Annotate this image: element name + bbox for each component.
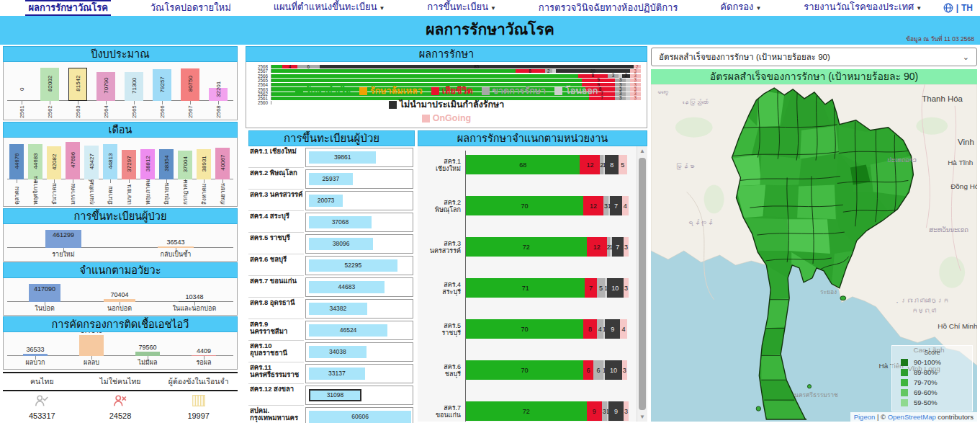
unit-segment[interactable]: 7 (585, 278, 596, 298)
registration-unit-cell[interactable]: 44683 (305, 277, 413, 297)
unit-segment[interactable]: 8 (605, 155, 619, 174)
treatment-segment[interactable]: 4 (282, 65, 297, 68)
unit-stacked-bar[interactable]: 68122185 (466, 155, 627, 174)
unit-stacked-bar[interactable]: 71751103 (466, 278, 629, 298)
unit-segment[interactable]: 70 (466, 360, 583, 380)
nav-item-0[interactable]: ผลการรักษาวัณโรค (25, 0, 110, 16)
registration-unit-cell[interactable]: 33137 (305, 364, 413, 383)
attribution-link[interactable]: OpenStreetMap (888, 413, 936, 421)
treatment-segment[interactable]: 3 (608, 74, 619, 78)
registration-unit-cell[interactable]: 34038 (305, 342, 413, 362)
unit-segment[interactable]: 3 (602, 401, 607, 421)
organ-bar[interactable] (29, 284, 60, 302)
unit-segment[interactable]: 9 (587, 401, 602, 421)
treatment-segment[interactable]: 8 (516, 69, 545, 73)
nav-item-4[interactable]: การตรวจวินิจฉัยทางห้องปฏิบัติการ (536, 1, 681, 14)
fiscal-year-bar[interactable] (181, 68, 199, 101)
hiv-bar[interactable] (79, 335, 104, 356)
attribution-link[interactable]: Pigeon (854, 413, 876, 421)
unit-segment[interactable]: 10 (607, 278, 624, 298)
unit-stacked-bar[interactable]: 72122173 (466, 237, 629, 257)
unit-segment[interactable]: 9 (608, 401, 624, 421)
nav-item-3[interactable]: การขึ้นทะเบียน▼ (424, 1, 499, 15)
scrollbar-thumb[interactable] (639, 158, 646, 410)
registration-unit-bar[interactable]: 39861 (309, 151, 376, 164)
unit-segment[interactable]: 7 (610, 196, 621, 215)
treatment-stacked-bar[interactable]: 933 (271, 79, 641, 82)
treatment-stacked-bar[interactable]: 82203 (271, 69, 641, 73)
fiscal-year-bar[interactable] (209, 88, 228, 101)
unit-segment[interactable]: 8 (583, 319, 597, 339)
registration-unit-cell[interactable]: 52295 (305, 256, 413, 275)
unit-segment[interactable]: 3 (624, 278, 629, 298)
unit-stacked-bar[interactable]: 7084194 (466, 319, 627, 339)
map-metric-dropdown[interactable]: อัตรผลสำเร็จของการรักษา (เป้าหมายร้อยละ … (651, 48, 977, 66)
unit-segment[interactable]: 5 (619, 155, 627, 174)
registration-unit-bar[interactable]: 25937 (309, 173, 353, 185)
treatment-segment[interactable]: 8 (578, 74, 608, 78)
registration-unit-cell[interactable]: 60606 (305, 407, 413, 423)
unit-segment[interactable]: 3 (603, 196, 608, 215)
unit-segment[interactable]: 72 (466, 401, 587, 421)
registration-unit-bar[interactable]: 34382 (309, 303, 367, 315)
unit-segment[interactable]: 71 (466, 278, 585, 298)
registration-unit-cell[interactable]: 39861 (305, 148, 413, 167)
unit-segment[interactable]: 12 (587, 237, 607, 257)
unit-segment[interactable]: 9 (605, 319, 620, 339)
thailand-map[interactable]: Thanh HóaVinhHà TĩnhĐồng HớiHồ Chí MinhC… (651, 84, 977, 422)
scroll-down-icon[interactable]: ▼ (637, 414, 647, 420)
registration-unit-bar[interactable]: 37068 (309, 216, 372, 228)
registration-unit-cell[interactable]: 25937 (305, 169, 413, 189)
treatment-stacked-bar[interactable]: 46852 (271, 65, 641, 68)
unit-segment[interactable]: 70 (466, 319, 583, 339)
unit-stacked-bar[interactable]: 70661103 (466, 360, 627, 380)
treatment-segment[interactable] (271, 74, 578, 78)
registration-unit-cell[interactable]: 20073 (305, 191, 413, 210)
treatment-segment[interactable]: 2 (622, 74, 629, 78)
month-bar[interactable] (215, 148, 230, 179)
unit-segment[interactable]: 3 (624, 237, 629, 257)
unit-stacked-bar[interactable]: 70123174 (466, 196, 629, 215)
treatment-segment[interactable]: 85 (320, 65, 634, 68)
unit-chart-scrollbar[interactable]: ▲ ▼ (637, 146, 647, 422)
island-shape[interactable] (807, 385, 811, 388)
treatment-segment[interactable]: 6 (297, 65, 320, 68)
registration-unit-bar[interactable]: 20073 (309, 195, 343, 207)
island-shape[interactable] (756, 406, 760, 411)
unit-segment[interactable]: 70 (466, 196, 583, 215)
treatment-segment[interactable] (271, 65, 282, 68)
province-shape[interactable] (760, 155, 801, 187)
unit-segment[interactable]: 12 (580, 155, 600, 174)
registration-unit-bar[interactable]: 44683 (309, 281, 385, 293)
unit-segment[interactable]: 68 (466, 155, 580, 174)
nav-item-5[interactable]: คัดกรอง▼ (717, 1, 764, 15)
unit-segment[interactable]: 3 (622, 360, 627, 380)
unit-segment[interactable]: 10 (605, 360, 621, 380)
province-shape[interactable] (764, 184, 799, 218)
registration-unit-bar[interactable]: 52295 (309, 259, 397, 272)
unit-segment[interactable]: 3 (624, 401, 629, 421)
treatment-segment[interactable] (271, 79, 582, 82)
registration-unit-cell[interactable]: 38096 (305, 234, 413, 254)
nav-item-2[interactable]: แผนที่ตำแหน่งขึ้นทะเบียน▼ (271, 1, 388, 15)
unit-segment[interactable]: 6 (593, 360, 603, 380)
registration-unit-cell[interactable]: 46524 (305, 321, 413, 340)
island-shape[interactable] (840, 296, 846, 300)
registration-unit-bar[interactable]: 46524 (309, 324, 387, 337)
month-bar[interactable] (178, 151, 192, 179)
unit-segment[interactable]: 7 (612, 237, 624, 257)
unit-segment[interactable]: 4 (622, 196, 629, 215)
treatment-segment[interactable]: 2 (545, 69, 552, 73)
registration-unit-cell[interactable]: 37068 (305, 213, 413, 232)
unit-segment[interactable]: 4 (620, 319, 626, 339)
scroll-up-icon[interactable]: ▲ (637, 148, 647, 154)
registration-unit-cell[interactable]: 31098 (305, 386, 413, 405)
month-bar[interactable] (9, 144, 24, 179)
registration-unit-bar[interactable]: 38096 (309, 238, 373, 250)
fiscal-year-bar[interactable] (125, 72, 143, 101)
fiscal-year-bar[interactable] (153, 69, 171, 101)
unit-stacked-bar[interactable]: 7293193 (466, 401, 629, 421)
unit-segment[interactable]: 4 (597, 319, 603, 339)
month-bar[interactable] (84, 146, 99, 179)
fiscal-year-bar[interactable] (40, 68, 59, 101)
